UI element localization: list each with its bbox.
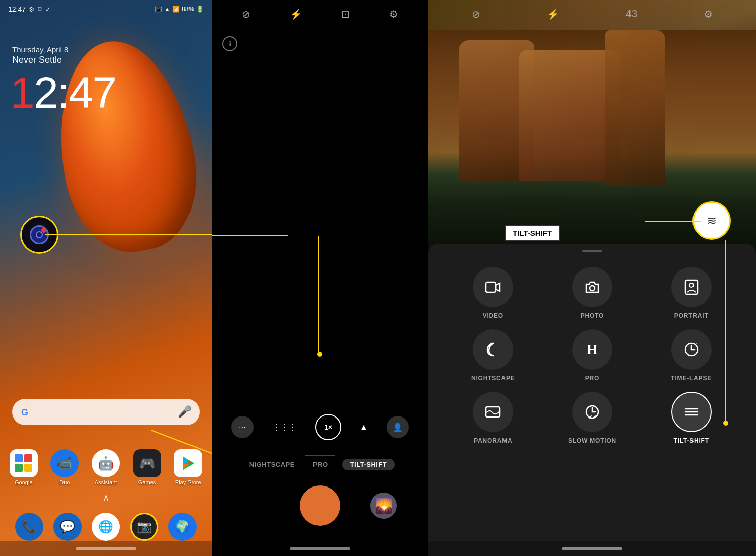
eye-off-icon[interactable]: ⊘: [242, 8, 250, 20]
tilt-arrow-icon: ▲: [360, 423, 368, 432]
gallery-thumbnail[interactable]: 🌄: [370, 493, 397, 519]
mode-item-video[interactable]: VIDEO: [449, 267, 538, 319]
app-item-playstore[interactable]: Play Store: [169, 449, 207, 485]
camera-nav-pill: [290, 547, 350, 550]
mode-item-photo[interactable]: PHOTO: [548, 267, 637, 319]
mode-item-panorama[interactable]: PANORAMA: [449, 392, 538, 444]
portrait-mode-label: PORTRAIT: [674, 312, 709, 319]
modes-top-bar: ⊘ ⚡ 43 ⚙: [428, 0, 756, 28]
mode-item-timelapse[interactable]: TIME-LAPSE: [647, 329, 736, 382]
dock-phone[interactable]: 📞: [15, 513, 43, 541]
tiltshift-mode-button[interactable]: [671, 392, 712, 432]
microphone-icon[interactable]: 🎤: [178, 405, 192, 419]
google-grid-yellow: [24, 464, 32, 472]
app-label-games: Games: [138, 479, 156, 485]
dock-camera[interactable]: 📷: [130, 513, 158, 541]
signal-icon: 📶: [172, 6, 180, 13]
app-label-assistant: Assistant: [95, 479, 117, 485]
app-item-google[interactable]: Google: [5, 449, 42, 485]
camera-app-highlighted: [20, 216, 58, 254]
camera-lens-icon: [30, 225, 49, 244]
app-grid: Google 📹 Duo 🤖 Assistant 🎮 Games: [0, 449, 212, 485]
svg-marker-11: [496, 283, 500, 291]
home-nav-bar: [0, 541, 212, 556]
wifi-icon: ▲: [164, 6, 170, 13]
svg-point-14: [689, 283, 694, 287]
slowmotion-icon: [584, 404, 600, 420]
assistant-app-icon[interactable]: 🤖: [92, 449, 120, 477]
sheet-handle: [582, 250, 602, 252]
app-label-google: Google: [15, 479, 32, 485]
lock-time: 12:47: [10, 71, 116, 115]
portrait-icon: [683, 279, 700, 295]
google-app-icon[interactable]: [10, 449, 38, 477]
flash-off-icon[interactable]: ⚡: [290, 8, 302, 20]
tab-tiltshift[interactable]: TILT-SHIFT: [342, 459, 395, 470]
dock-messages[interactable]: 💬: [53, 513, 82, 541]
modes-nav-pill: [562, 547, 622, 550]
app-item-games[interactable]: 🎮 Games: [129, 449, 166, 485]
aspect-ratio-icon[interactable]: ⊡: [341, 8, 350, 20]
bokeh-icon[interactable]: ⋮⋮⋮: [272, 423, 296, 432]
filter-button[interactable]: ⋯: [231, 416, 254, 438]
camera-settings-icon[interactable]: ⚙: [389, 8, 398, 20]
slowmotion-mode-label: SLOW MOTION: [568, 437, 616, 444]
mode-item-slowmotion[interactable]: SLOW MOTION: [548, 392, 637, 444]
swipe-up-indicator: ∧: [103, 492, 109, 503]
lockscreen-panel: 12:47 ⚙ ⧉ ✓ 📳 ▲ 📶 88% 🔋 Thursday, April …: [0, 0, 212, 556]
vibrate-icon: 📳: [155, 6, 162, 13]
modes-ratio-icon[interactable]: 43: [626, 8, 637, 20]
app-item-assistant[interactable]: 🤖 Assistant: [87, 449, 124, 485]
battery-icon: 🔋: [196, 6, 204, 13]
mode-item-tiltshift[interactable]: TILT-SHIFT: [647, 392, 736, 444]
zoom-button[interactable]: 1×: [315, 414, 341, 440]
photo-mode-label: PHOTO: [581, 312, 604, 319]
dock-files[interactable]: 🌍: [168, 513, 197, 541]
svg-point-8: [317, 352, 322, 357]
tiltshift-floating-button[interactable]: ≋: [692, 201, 731, 240]
duo-app-icon[interactable]: 📹: [50, 449, 79, 477]
google-grid-red: [24, 454, 32, 462]
camera-viewfinder-bg: ⊘ ⚡ 43 ⚙ ≋: [428, 0, 756, 252]
camera-info-button[interactable]: ℹ: [222, 36, 237, 51]
playstore-app-icon[interactable]: [174, 449, 202, 477]
video-mode-button[interactable]: [473, 267, 513, 307]
nightscape-mode-label: NIGHTSCAPE: [471, 375, 515, 382]
panorama-mode-button[interactable]: [473, 392, 513, 432]
portrait-mode-button[interactable]: [671, 267, 712, 307]
check-icon: ✓: [45, 6, 51, 13]
search-bar[interactable]: G 🎤: [12, 399, 200, 425]
camera-modes-sheet: VIDEO PHOTO: [428, 244, 756, 556]
slowmotion-mode-button[interactable]: [572, 392, 612, 432]
info-icon: ℹ: [222, 36, 237, 51]
google-grid-green: [15, 464, 23, 472]
timelapse-mode-button[interactable]: [671, 329, 712, 370]
settings-icon: ⚙: [29, 6, 35, 13]
modes-flash-icon[interactable]: ⚡: [547, 8, 559, 20]
status-right: 📳 ▲ 📶 88% 🔋: [155, 6, 204, 13]
svg-point-12: [590, 286, 595, 291]
video-icon: [485, 279, 501, 295]
mode-item-nightscape[interactable]: NIGHTSCAPE: [449, 329, 538, 382]
portrait-toggle[interactable]: 👤: [387, 416, 409, 438]
google-grid-blue: [15, 454, 23, 462]
pro-h-text: H: [587, 341, 598, 358]
dock-chrome[interactable]: 🌐: [92, 513, 120, 541]
modes-settings-icon[interactable]: ⚙: [704, 8, 713, 20]
shutter-button[interactable]: [300, 485, 340, 526]
mode-item-pro[interactable]: H PRO: [548, 329, 637, 382]
modes-eye-icon[interactable]: ⊘: [472, 8, 480, 20]
shutter-spacer: [243, 493, 270, 519]
nightscape-mode-button[interactable]: [473, 329, 513, 370]
copy-icon: ⧉: [38, 5, 42, 13]
tab-pro[interactable]: PRO: [309, 459, 332, 470]
battery-text: 88%: [182, 6, 194, 13]
pro-mode-button[interactable]: H: [572, 329, 612, 370]
games-app-icon[interactable]: 🎮: [133, 449, 161, 477]
tab-nightscape[interactable]: NIGHTSCAPE: [245, 459, 299, 470]
camera-app-icon[interactable]: [20, 216, 58, 254]
photo-mode-button[interactable]: [572, 267, 612, 307]
svg-rect-16: [486, 407, 500, 417]
mode-item-portrait[interactable]: PORTRAIT: [647, 267, 736, 319]
app-item-duo[interactable]: 📹 Duo: [46, 449, 84, 485]
